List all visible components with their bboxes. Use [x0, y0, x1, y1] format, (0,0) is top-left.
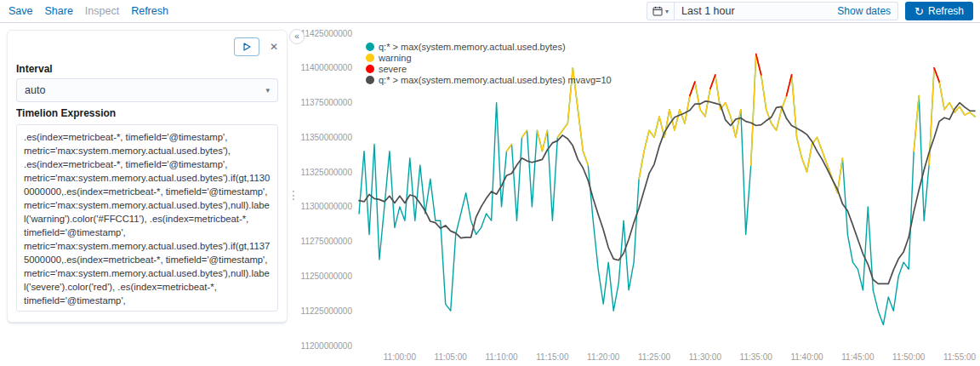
collapse-editor-button[interactable]: « [289, 29, 305, 44]
y-axis-tick-label: 11250000000 [301, 272, 353, 281]
y-axis-tick-label: 11225000000 [301, 306, 353, 316]
y-axis-tick-label: 11375000000 [301, 98, 353, 107]
panel-resize-handle[interactable]: ⋮ [288, 23, 299, 366]
refresh-icon: ↻ [914, 6, 924, 17]
x-axis-tick-label: 11:15:00 [536, 352, 569, 362]
y-axis-tick-label: 11300000000 [301, 202, 353, 211]
series-severe [690, 54, 939, 96]
x-axis-tick-label: 11:10:00 [485, 352, 518, 362]
x-axis-tick-label: 11:55:00 [943, 352, 977, 362]
legend-item: q:* > max(system.memory.actual.used.byte… [366, 75, 612, 85]
x-axis-tick-label: 11:05:00 [435, 352, 468, 362]
legend-color-dot [366, 54, 374, 62]
y-axis-tick-label: 11350000000 [301, 133, 353, 142]
x-axis-tick-label: 11:20:00 [587, 352, 620, 362]
time-range-button[interactable]: Last 1 hour [675, 5, 837, 17]
legend-item: q:* > max(system.memory.actual.used.byte… [366, 42, 612, 52]
legend-item: severe [366, 64, 612, 74]
y-axis-tick-label: 11425000000 [301, 29, 353, 38]
refresh-label: Refresh [928, 5, 964, 17]
menu-inspect[interactable]: Inspect [85, 5, 119, 17]
main-content: ✕ Interval auto ▾ Timelion Expression .e… [0, 23, 980, 366]
y-axis-tick-label: 11200000000 [301, 341, 353, 351]
expression-label: Timelion Expression [16, 107, 278, 119]
y-axis-tick-label: 11275000000 [301, 237, 353, 246]
show-dates-button[interactable]: Show dates [837, 5, 897, 17]
legend-color-dot [366, 43, 374, 51]
close-icon[interactable]: ✕ [270, 42, 278, 52]
x-axis-tick-label: 11:30:00 [689, 352, 722, 362]
expression-textarea[interactable]: .es(index=metricbeat-*, timefield='@time… [16, 124, 278, 312]
x-axis-tick-label: 11:50:00 [892, 352, 926, 362]
menu-refresh[interactable]: Refresh [131, 5, 168, 17]
x-axis-tick-label: 11:00:00 [384, 352, 417, 362]
double-chevron-left-icon: « [294, 32, 299, 41]
play-icon [242, 42, 252, 52]
legend-item: warning [366, 53, 612, 63]
quick-select-button[interactable]: ▾ [647, 3, 675, 20]
y-axis-tick-label: 11400000000 [301, 63, 353, 72]
x-axis-tick-label: 11:40:00 [790, 352, 823, 362]
y-axis-tick-label: 11325000000 [301, 168, 353, 177]
chart-region: q:* > max(system.memory.actual.used.byte… [299, 23, 980, 366]
refresh-button[interactable]: ↻ Refresh [905, 2, 973, 20]
legend-color-dot [366, 65, 374, 73]
calendar-icon [652, 6, 663, 16]
legend-label: severe [379, 64, 407, 74]
super-date-picker: ▾ Last 1 hour Show dates ↻ Refresh [647, 2, 973, 20]
interval-value: auto [25, 84, 45, 96]
date-range-control: ▾ Last 1 hour Show dates [647, 2, 898, 20]
chevron-down-icon: ▾ [665, 8, 669, 15]
menu-save[interactable]: Save [9, 5, 33, 17]
top-bar: Save Share Inspect Refresh ▾ Last 1 hour… [0, 0, 980, 23]
editor-toolbar: ✕ [16, 37, 278, 56]
interval-select[interactable]: auto ▾ [16, 78, 278, 102]
legend-label: q:* > max(system.memory.actual.used.byte… [379, 75, 612, 85]
interval-label: Interval [16, 63, 278, 75]
x-axis-tick-label: 11:45:00 [841, 352, 875, 362]
run-expression-button[interactable] [234, 37, 259, 56]
chevron-down-icon: ▾ [265, 86, 270, 94]
app-menu: Save Share Inspect Refresh [7, 5, 168, 17]
timelion-editor-panel: ✕ Interval auto ▾ Timelion Expression .e… [7, 30, 288, 323]
legend-label: warning [379, 53, 412, 63]
grab-dots-icon: ⋮ [288, 188, 299, 202]
x-axis-tick-label: 11:25:00 [638, 352, 671, 362]
legend-color-dot [366, 76, 374, 84]
menu-share[interactable]: Share [45, 5, 73, 17]
series-mvavg [359, 101, 975, 284]
chart-legend: q:* > max(system.memory.actual.used.byte… [366, 42, 612, 85]
editor-column: ✕ Interval auto ▾ Timelion Expression .e… [0, 23, 288, 366]
legend-label: q:* > max(system.memory.actual.used.byte… [379, 42, 566, 52]
x-axis-tick-label: 11:35:00 [740, 352, 773, 362]
